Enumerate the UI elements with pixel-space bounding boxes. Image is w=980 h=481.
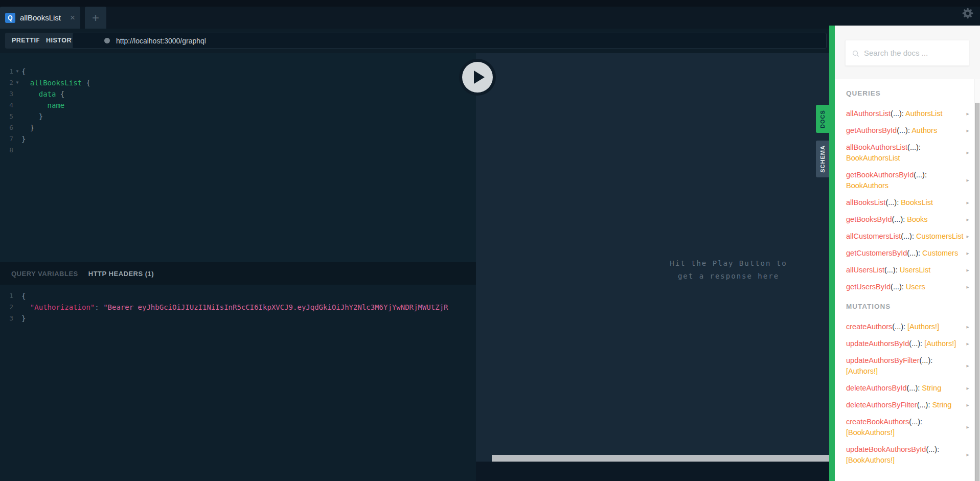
field-colon: : bbox=[918, 249, 922, 257]
tab-docs-label: DOCS bbox=[819, 110, 826, 128]
field-colon: : bbox=[919, 143, 921, 151]
field-colon: : bbox=[920, 418, 922, 426]
code-line-3[interactable]: 3 data { bbox=[0, 88, 476, 100]
horizontal-scrollbar[interactable] bbox=[492, 455, 829, 462]
expand-arrow-icon: ▶ bbox=[966, 216, 969, 223]
tab-allbookslist[interactable]: Q allBooksList × bbox=[0, 7, 80, 29]
endpoint-url-input[interactable] bbox=[116, 37, 781, 45]
doc-item-updateBookAuthorsById[interactable]: updateBookAuthorsById(...): [BookAuthors… bbox=[846, 444, 970, 466]
field-type: [BookAuthors!] bbox=[846, 427, 961, 438]
docs-search-input[interactable] bbox=[864, 40, 966, 65]
line-number: 8 bbox=[0, 145, 13, 156]
expand-arrow-icon: ▶ bbox=[966, 284, 969, 290]
code-text: allBooksList { bbox=[21, 77, 90, 88]
docs-scrollbar-track[interactable] bbox=[974, 79, 980, 481]
field-args: (...) bbox=[907, 384, 918, 392]
field-args: (...) bbox=[892, 215, 903, 223]
expand-arrow-icon: ▶ bbox=[966, 233, 969, 240]
code-line-3[interactable]: 3} bbox=[0, 313, 476, 324]
docs-divider-bar[interactable] bbox=[829, 26, 835, 481]
code-line-1[interactable]: 1{ bbox=[0, 290, 476, 302]
doc-item-allBookAuthorsList[interactable]: allBookAuthorsList(...): BookAuthorsList… bbox=[846, 142, 970, 164]
code-line-5[interactable]: 5 } bbox=[0, 111, 476, 122]
field-colon: : bbox=[925, 171, 927, 179]
doc-item-createAuthors[interactable]: createAuthors(...): [Authors!]▶ bbox=[846, 322, 970, 332]
code-text: } bbox=[21, 122, 34, 133]
doc-item-deleteAuthorsByFilter[interactable]: deleteAuthorsByFilter(...): String▶ bbox=[846, 400, 970, 410]
field-args: (...) bbox=[885, 198, 897, 207]
field-args: (...) bbox=[897, 126, 908, 134]
doc-item-deleteAuthorsById[interactable]: deleteAuthorsById(...): String▶ bbox=[846, 383, 970, 394]
expand-arrow-icon: ▶ bbox=[966, 340, 969, 347]
doc-item-getAuthorsById[interactable]: getAuthorsById(...): Authors▶ bbox=[846, 125, 970, 136]
doc-item-allUsersList[interactable]: allUsersList(...): UsersList▶ bbox=[846, 265, 970, 276]
expand-arrow-icon: ▶ bbox=[966, 402, 969, 408]
line-number: 4 bbox=[0, 100, 13, 111]
field-args: (...) bbox=[891, 109, 902, 118]
code-line-1[interactable]: 1▼{ bbox=[0, 66, 476, 77]
doc-item-getBookAuthorsById[interactable]: getBookAuthorsById(...): BookAuthors▶ bbox=[846, 170, 970, 191]
field-args: (...) bbox=[907, 249, 918, 257]
doc-item-getBooksById[interactable]: getBooksById(...): Books▶ bbox=[846, 214, 970, 225]
code-text: name bbox=[21, 100, 64, 111]
line-number: 6 bbox=[0, 122, 13, 133]
field-type: UsersList bbox=[900, 266, 930, 274]
doc-item-allCustomersList[interactable]: allCustomersList(...): CustomersList▶ bbox=[846, 231, 970, 242]
http-headers-editor-pane[interactable]: 1{2 "Authorization": "Bearer eyJhbGciOiJ… bbox=[0, 285, 476, 481]
field-type: BookAuthors bbox=[846, 180, 961, 191]
settings-gear-icon[interactable] bbox=[961, 7, 974, 20]
line-number: 3 bbox=[0, 88, 13, 100]
code-line-6[interactable]: 6 } bbox=[0, 122, 476, 133]
doc-item-allBooksList[interactable]: allBooksList(...): BooksList▶ bbox=[846, 197, 970, 208]
fold-arrow-icon[interactable]: ▼ bbox=[13, 66, 21, 77]
doc-item-allAuthorsList[interactable]: allAuthorsList(...): AuthorsList▶ bbox=[846, 108, 970, 119]
field-name: updateAuthorsById bbox=[846, 339, 909, 348]
response-pane: Hit the Play Button to get a response he… bbox=[476, 53, 829, 481]
query-editor-pane[interactable]: 1▼{2▼ allBooksList {3 data {4 name5 }6 }… bbox=[0, 53, 476, 262]
code-line-4[interactable]: 4 name bbox=[0, 100, 476, 111]
doc-item-getUsersById[interactable]: getUsersById(...): Users▶ bbox=[846, 282, 970, 292]
field-args: (...) bbox=[917, 401, 928, 409]
field-type: Users bbox=[906, 283, 925, 291]
doc-item-updateAuthorsById[interactable]: updateAuthorsById(...): [Authors!]▶ bbox=[846, 338, 970, 349]
tab-schema-label: SCHEMA bbox=[819, 145, 826, 173]
field-colon: : bbox=[902, 109, 905, 118]
tab-http-headers[interactable]: HTTP HEADERS (1) bbox=[88, 270, 154, 278]
line-number: 2 bbox=[0, 77, 13, 88]
field-args: (...) bbox=[914, 171, 925, 179]
field-type: String bbox=[932, 401, 951, 409]
expand-arrow-icon: ▶ bbox=[966, 451, 969, 458]
line-number: 1 bbox=[0, 66, 13, 77]
field-args: (...) bbox=[909, 339, 920, 348]
field-name: allBookAuthorsList bbox=[846, 143, 907, 151]
code-line-7[interactable]: 7} bbox=[0, 133, 476, 145]
code-text: } bbox=[21, 133, 26, 145]
field-type: Authors bbox=[911, 126, 937, 134]
doc-item-getCustomersById[interactable]: getCustomersById(...): Customers▶ bbox=[846, 248, 970, 259]
field-name: allAuthorsList bbox=[846, 109, 891, 118]
fold-spacer bbox=[13, 145, 21, 156]
code-line-8[interactable]: 8 bbox=[0, 145, 476, 156]
field-colon: : bbox=[903, 323, 907, 331]
tab-schema[interactable]: SCHEMA bbox=[816, 141, 829, 177]
execute-play-button[interactable] bbox=[459, 59, 496, 96]
expand-arrow-icon: ▶ bbox=[966, 324, 969, 330]
docs-scrollbar-thumb[interactable] bbox=[975, 103, 979, 481]
response-bottom-strip bbox=[476, 462, 829, 481]
doc-item-updateAuthorsByFilter[interactable]: updateAuthorsByFilter(...): [Authors!]▶ bbox=[846, 355, 970, 377]
field-args: (...) bbox=[901, 232, 912, 240]
fold-spacer bbox=[13, 133, 21, 145]
tab-query-variables[interactable]: QUERY VARIABLES bbox=[11, 270, 78, 278]
close-tab-icon[interactable]: × bbox=[70, 13, 75, 22]
endpoint-bar bbox=[72, 33, 827, 49]
fold-arrow-icon[interactable]: ▼ bbox=[13, 77, 21, 88]
code-line-2[interactable]: 2 "Authorization": "Bearer eyJhbGciOiJIU… bbox=[0, 302, 476, 313]
field-type: BookAuthorsList bbox=[846, 153, 961, 164]
new-tab-button[interactable]: + bbox=[85, 7, 106, 29]
code-line-2[interactable]: 2▼ allBooksList { bbox=[0, 77, 476, 88]
field-name: deleteAuthorsByFilter bbox=[846, 401, 917, 409]
tab-docs[interactable]: DOCS bbox=[816, 105, 829, 133]
doc-item-createBookAuthors[interactable]: createBookAuthors(...): [BookAuthors!]▶ bbox=[846, 417, 970, 438]
field-colon: : bbox=[902, 283, 906, 291]
expand-arrow-icon: ▶ bbox=[966, 110, 969, 117]
